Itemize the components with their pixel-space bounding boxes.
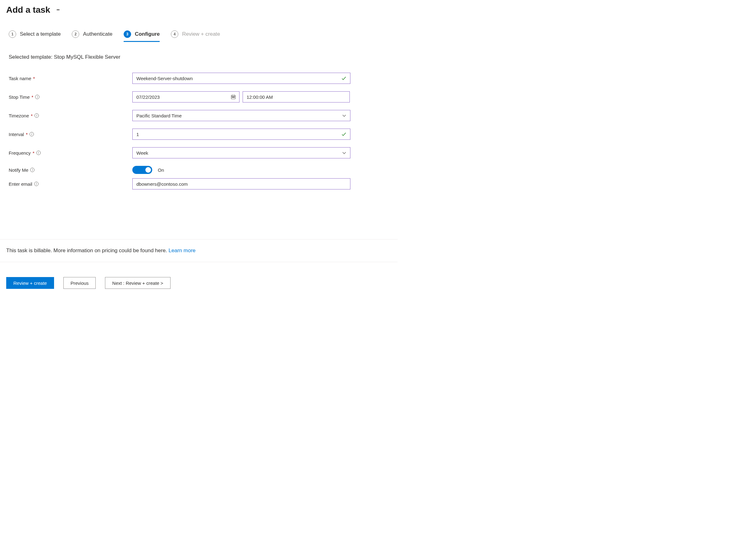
required-icon: * <box>32 95 34 100</box>
billing-info-text: This task is billable. More information … <box>6 247 196 254</box>
timezone-label: Timezone * i <box>9 113 132 118</box>
task-name-label: Task name * <box>9 76 132 81</box>
task-name-input[interactable] <box>132 73 351 84</box>
required-icon: * <box>33 76 35 81</box>
step-review-create[interactable]: 4 Review + create <box>171 31 220 42</box>
stop-date-input[interactable] <box>132 91 239 102</box>
step-number: 1 <box>9 31 16 38</box>
required-icon: * <box>31 113 33 118</box>
selected-template-text: Selected template: Stop MySQL Flexible S… <box>9 54 389 60</box>
step-number: 4 <box>171 31 178 38</box>
frequency-select[interactable]: Week <box>132 147 351 158</box>
stop-time-label: Stop Time * i <box>9 95 132 100</box>
page-title: Add a task <box>6 5 50 15</box>
required-icon: * <box>26 132 28 137</box>
step-label: Authenticate <box>83 31 113 37</box>
chevron-down-icon <box>342 151 346 155</box>
interval-input[interactable] <box>132 128 351 140</box>
calendar-icon[interactable] <box>231 95 236 99</box>
info-icon[interactable]: i <box>35 95 39 99</box>
notify-label: Notify Me i <box>9 167 132 173</box>
info-icon[interactable]: i <box>29 132 34 136</box>
step-label: Select a template <box>20 31 61 37</box>
learn-more-link[interactable]: Learn more <box>169 247 196 254</box>
svg-rect-6 <box>234 97 235 98</box>
svg-rect-4 <box>232 97 233 98</box>
toggle-knob <box>145 167 151 173</box>
stop-time-input[interactable] <box>243 91 350 102</box>
timezone-select[interactable]: Pacific Standard Time <box>132 110 351 121</box>
step-label: Review + create <box>182 31 220 37</box>
svg-rect-5 <box>233 97 234 98</box>
info-icon[interactable]: i <box>36 151 41 155</box>
wizard-steps: 1 Select a template 2 Authenticate 3 Con… <box>0 15 398 42</box>
info-icon[interactable]: i <box>35 113 39 118</box>
frequency-label: Frequency * i <box>9 150 132 156</box>
step-number: 2 <box>72 31 79 38</box>
previous-button[interactable]: Previous <box>63 277 96 289</box>
chevron-down-icon <box>342 113 346 118</box>
info-icon[interactable]: i <box>34 182 39 186</box>
check-icon <box>341 132 347 137</box>
step-number: 3 <box>124 31 131 38</box>
step-label: Configure <box>135 31 160 37</box>
email-label: Enter email i <box>9 181 132 187</box>
review-create-button[interactable]: Review + create <box>6 277 54 289</box>
next-button[interactable]: Next : Review + create > <box>105 277 170 289</box>
step-configure[interactable]: 3 Configure <box>124 31 160 42</box>
interval-label: Interval * i <box>9 132 132 137</box>
info-icon[interactable]: i <box>30 168 35 172</box>
notify-toggle[interactable] <box>132 166 152 174</box>
required-icon: * <box>33 150 35 156</box>
check-icon <box>341 76 347 81</box>
toggle-state-label: On <box>158 167 164 173</box>
step-authenticate[interactable]: 2 Authenticate <box>72 31 113 42</box>
more-icon[interactable]: ··· <box>57 7 59 13</box>
timezone-value: Pacific Standard Time <box>136 113 182 118</box>
step-select-template[interactable]: 1 Select a template <box>9 31 61 42</box>
frequency-value: Week <box>136 150 148 156</box>
email-input[interactable] <box>132 178 351 189</box>
